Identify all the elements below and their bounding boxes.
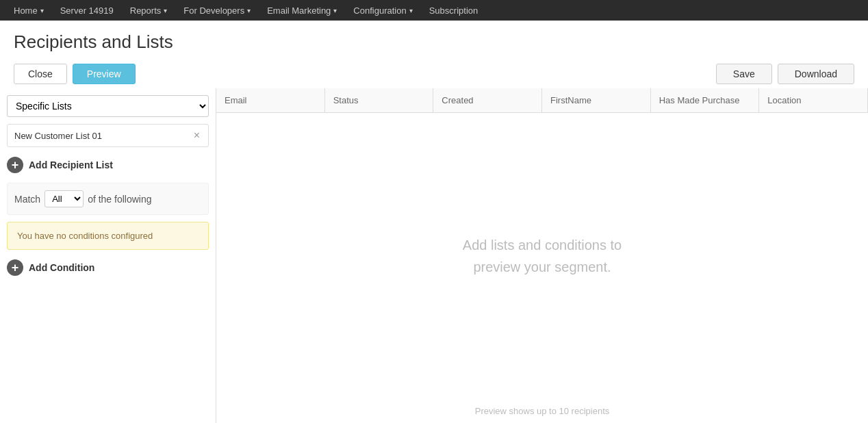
nav-subscription[interactable]: Subscription [422,3,485,18]
col-has-made-purchase: Has Made Purchase [651,88,760,112]
close-button[interactable]: Close [14,64,67,84]
right-panel: Email Status Created FirstName Has Made … [216,88,868,423]
recipient-list-item: New Customer List 01 × [7,124,209,147]
download-button[interactable]: Download [778,64,854,84]
nav-reports[interactable]: Reports ▾ [123,3,175,18]
nav-configuration-arrow: ▾ [409,7,413,14]
match-label: Match [14,194,40,205]
no-conditions-box: You have no conditions configured [7,222,209,250]
nav-server-label: Server 14919 [60,5,114,16]
nav-home[interactable]: Home ▾ [7,3,51,18]
nav-developers[interactable]: For Developers ▾ [177,3,257,18]
nav-configuration-label: Configuration [353,5,406,16]
nav-reports-label: Reports [130,5,162,16]
col-location: Location [759,88,868,112]
match-row: Match All Any of the following [7,183,209,215]
add-recipient-icon: + [7,157,23,173]
col-email: Email [216,88,325,112]
col-status: Status [325,88,434,112]
nav-home-arrow: ▾ [40,7,44,14]
recipient-list-name: New Customer List 01 [14,131,102,141]
add-condition-icon: + [7,259,23,276]
page-header: Recipients and Lists [0,21,868,60]
nav-email-marketing[interactable]: Email Marketing ▾ [260,3,344,18]
nav-email-marketing-arrow: ▾ [333,7,337,14]
match-suffix: of the following [88,194,151,205]
nav-reports-arrow: ▾ [164,7,167,14]
add-recipient-label: Add Recipient List [29,159,113,170]
col-firstname: FirstName [542,88,651,112]
page-title: Recipients and Lists [14,31,854,53]
add-condition-label: Add Condition [29,262,94,273]
nav-configuration[interactable]: Configuration ▾ [346,3,419,18]
center-message-line1: Add lists and conditions to [463,238,622,253]
add-condition-row[interactable]: + Add Condition [7,257,209,279]
nav-subscription-label: Subscription [429,5,478,16]
no-conditions-text: You have no conditions configured [17,231,153,241]
left-panel: Specific Lists All Lists All Active List… [0,88,216,423]
table-header: Email Status Created FirstName Has Made … [216,88,868,113]
add-recipient-list-row[interactable]: + Add Recipient List [7,154,209,176]
col-created: Created [433,88,542,112]
page-container: Recipients and Lists Close Preview Save … [0,21,868,423]
nav-developers-label: For Developers [183,5,244,16]
main-content: Specific Lists All Lists All Active List… [0,88,868,423]
save-button[interactable]: Save [716,64,772,84]
preview-button[interactable]: Preview [73,64,136,84]
center-message: Add lists and conditions to preview your… [463,234,622,278]
nav-home-label: Home [14,5,38,16]
toolbar: Close Preview Save Download [0,60,868,88]
remove-list-button[interactable]: × [192,130,201,141]
match-select[interactable]: All Any [44,190,84,207]
nav-server[interactable]: Server 14919 [53,3,120,18]
preview-note: Preview shows up to 10 recipients [216,399,868,423]
center-message-line2: preview your segment. [473,259,611,274]
nav-developers-arrow: ▾ [247,7,251,14]
right-main: Add lists and conditions to preview your… [216,113,868,399]
nav-email-marketing-label: Email Marketing [267,5,331,16]
list-type-select[interactable]: Specific Lists All Lists All Active List… [7,95,209,117]
top-navigation: Home ▾ Server 14919 Reports ▾ For Develo… [0,0,868,21]
